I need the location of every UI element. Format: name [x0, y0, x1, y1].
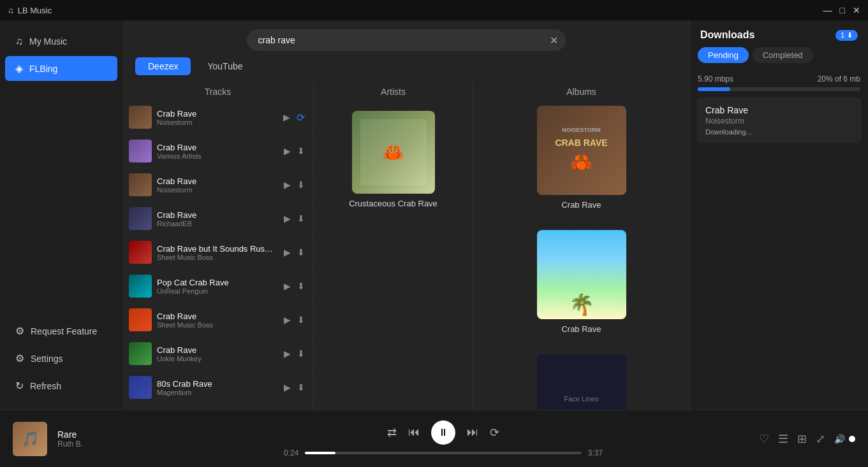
tab-completed[interactable]: Completed	[753, 47, 813, 63]
download-item-name: Crab Rave	[705, 105, 853, 115]
search-input-wrap: ✕	[247, 29, 566, 51]
album-cover: 🌴	[537, 230, 626, 319]
total-time: 3:37	[588, 449, 603, 457]
app-icon: ♫	[8, 6, 14, 15]
volume-icon[interactable]: 🔊	[834, 434, 845, 444]
player-progress-wrap: 0:24 3:37	[284, 449, 603, 457]
player-bar: 🎵 Rare Ruth B. ⇄ ⏮ ⏸ ⏭ ⟳ 0:24 3:37 ♡ ☰ ⊞…	[0, 410, 868, 467]
main-layout: ♫ My Music ◈ FLBing ⚙ Request Feature ⚙ …	[0, 20, 868, 410]
play-pause-button[interactable]: ⏸	[431, 420, 455, 445]
sidebar-label-settings: Settings	[31, 354, 63, 364]
search-input[interactable]	[247, 29, 566, 51]
download-button[interactable]: ⬇	[295, 313, 307, 327]
table-row[interactable]: Crab Rave Noisestorm ▶ ⟳	[122, 101, 313, 134]
download-button[interactable]: ⬇	[295, 347, 307, 361]
sidebar-label-my-music: My Music	[29, 36, 67, 47]
search-clear-button[interactable]: ✕	[550, 34, 558, 47]
track-thumbnail	[129, 376, 152, 399]
track-name: Crab Rave	[157, 143, 277, 152]
maximize-button[interactable]: □	[840, 5, 845, 15]
track-actions: ▶ ⬇	[282, 279, 307, 293]
table-row[interactable]: Crab Rave but It Sounds Russian Sheet Mu…	[122, 236, 313, 269]
download-arrow-icon: ⬇	[847, 31, 853, 40]
download-item-artist: Noisestorm	[705, 117, 853, 126]
track-actions: ▶ ⬇	[282, 212, 307, 226]
track-info: Crab Rave Sheet Music Boss	[157, 312, 277, 329]
shuffle-button[interactable]: ⇄	[387, 426, 397, 440]
table-row[interactable]: Pop Cat Crab Rave UnReal Penguin ▶ ⬇	[122, 269, 313, 303]
download-button[interactable]: ⬇	[295, 245, 307, 259]
tracks-header: Tracks	[122, 82, 313, 101]
previous-button[interactable]: ⏮	[408, 426, 420, 439]
queue-button[interactable]: ☰	[778, 432, 788, 446]
sidebar-item-flbing[interactable]: ◈ FLBing	[5, 56, 117, 81]
repeat-button[interactable]: ⟳	[490, 426, 499, 440]
track-thumbnail	[129, 241, 152, 264]
download-button[interactable]: ⬇	[295, 144, 307, 158]
minimize-button[interactable]: —	[823, 5, 832, 15]
download-button[interactable]: ⬇	[295, 212, 307, 226]
track-artist: Sheet Music Boss	[157, 254, 277, 261]
download-button[interactable]: ⟳	[295, 110, 307, 126]
tab-pending[interactable]: Pending	[698, 47, 749, 63]
track-info: Crab Rave Noisestorm	[157, 176, 277, 194]
table-row[interactable]: Crab Rave Unkle Munkey ▶ ⬇	[122, 337, 313, 371]
play-button[interactable]: ▶	[282, 212, 293, 226]
play-button[interactable]: ▶	[281, 110, 292, 124]
table-row[interactable]: Crab Rave Noisestorm ▶ ⬇	[122, 168, 313, 202]
play-button[interactable]: ▶	[282, 313, 293, 327]
track-info: Crab Rave Unkle Munkey	[157, 345, 277, 363]
track-name: Crab Rave	[157, 109, 276, 119]
sidebar-item-settings[interactable]: ⚙ Settings	[5, 346, 117, 371]
sidebar-label-request-feature: Request Feature	[31, 326, 97, 336]
table-row[interactable]: Crab Rave Sheet Music Boss ▶ ⬇	[122, 303, 313, 337]
tracks-list: Crab Rave Noisestorm ▶ ⟳ Crab Rave	[122, 101, 313, 410]
heart-button[interactable]: ♡	[759, 432, 769, 446]
track-name: Crab Rave	[157, 345, 277, 355]
play-button[interactable]: ▶	[282, 279, 293, 293]
play-button[interactable]: ▶	[282, 347, 293, 361]
play-button[interactable]: ▶	[282, 380, 293, 394]
track-actions: ▶ ⬇	[282, 144, 307, 158]
table-row[interactable]: 80s Crab Rave Magentium ▶ ⬇	[122, 371, 313, 405]
artist-name: Crustaceous Crab Rave	[349, 199, 438, 208]
track-thumbnail	[129, 207, 152, 230]
expand-button[interactable]: ⤢	[816, 432, 825, 446]
track-thumbnail	[129, 173, 152, 196]
tab-youtube[interactable]: YouTube	[195, 57, 255, 75]
progress-bar[interactable]	[305, 452, 581, 454]
sidebar: ♫ My Music ◈ FLBing ⚙ Request Feature ⚙ …	[0, 20, 122, 410]
list-item[interactable]: 🌴 Crab Rave	[480, 225, 683, 339]
download-progress-wrap: 5.90 mbps 20% of 6 mb	[690, 69, 868, 94]
sidebar-item-refresh[interactable]: ↻ Refresh	[5, 373, 117, 398]
next-button[interactable]: ⏭	[467, 426, 478, 439]
sidebar-item-my-music[interactable]: ♫ My Music	[5, 29, 117, 54]
download-button[interactable]: ⬇	[295, 279, 307, 293]
tab-deezex[interactable]: Deezex	[135, 57, 191, 75]
list-item[interactable]: NOISESTORM CRAB RAVE 🦀 Crab Rave	[480, 101, 683, 215]
track-name: Crab Rave	[157, 312, 277, 321]
table-row[interactable]: Crab Rave Cowbelly Studios ▶ ⬇	[122, 405, 313, 410]
list-item[interactable]: 🦀 Crustaceous Crab Rave	[314, 101, 473, 219]
downloads-tabs: Pending Completed	[690, 47, 868, 69]
player-track-title: Rare	[57, 429, 128, 440]
downloads-header: Downloads 1 ⬇	[690, 20, 868, 47]
source-tabs: Deezex YouTube	[122, 57, 689, 82]
track-thumbnail	[129, 140, 152, 162]
download-button[interactable]: ⬇	[295, 380, 307, 394]
search-bar: ✕	[122, 20, 689, 57]
sidebar-item-request-feature[interactable]: ⚙ Request Feature	[5, 319, 117, 343]
track-actions: ▶ ⬇	[282, 313, 307, 327]
track-artist: Unkle Munkey	[157, 355, 277, 363]
close-button[interactable]: ✕	[853, 5, 860, 15]
downloads-panel: Downloads 1 ⬇ Pending Completed 5.90 mbp…	[689, 20, 868, 410]
list-item[interactable]: Face Lines Crab Rave	[480, 349, 683, 410]
table-row[interactable]: Crab Rave RichaadEB ▶ ⬇	[122, 202, 313, 236]
play-button[interactable]: ▶	[282, 178, 293, 192]
equalizer-button[interactable]: ⊞	[797, 432, 807, 446]
table-row[interactable]: Crab Rave Various Artists ▶ ⬇	[122, 134, 313, 168]
play-button[interactable]: ▶	[282, 245, 293, 259]
download-button[interactable]: ⬇	[295, 178, 307, 192]
content-area: ✕ Deezex YouTube Tracks Crab Rave Noises	[122, 20, 689, 410]
play-button[interactable]: ▶	[282, 144, 293, 158]
